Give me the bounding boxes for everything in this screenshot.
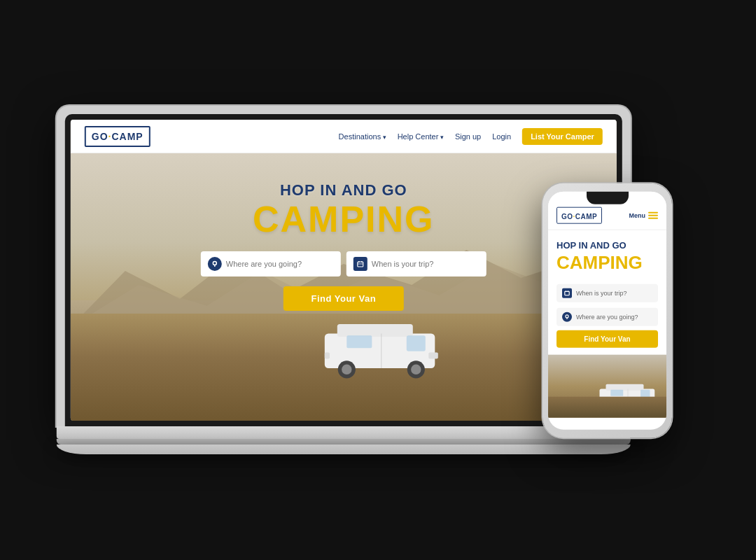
nav-signup[interactable]: Sign up <box>455 132 481 141</box>
hero-subtitle: HOP IN AND GO <box>253 181 435 200</box>
list-camper-button[interactable]: List Your Camper <box>522 128 603 145</box>
phone-logo-text: GO·CAMP <box>561 213 597 220</box>
svg-point-22 <box>566 315 568 318</box>
svg-rect-25 <box>606 384 644 391</box>
svg-rect-5 <box>346 335 372 348</box>
calendar-icon <box>354 257 368 271</box>
phone-outer: GO·CAMP Menu HOP IN AND GO CAMPING <box>542 183 672 438</box>
location-input-wrap[interactable] <box>201 251 341 276</box>
phone-menu-button[interactable]: Menu <box>629 212 659 219</box>
svg-point-10 <box>411 364 421 374</box>
search-bar <box>201 251 486 276</box>
hamburger-icon <box>648 212 658 219</box>
svg-rect-27 <box>610 390 623 396</box>
phone-logo[interactable]: GO·CAMP <box>556 207 602 224</box>
phone-hero-subtitle: HOP IN AND GO <box>556 240 658 252</box>
phone-date-search[interactable]: When is your trip? <box>556 284 658 302</box>
hamburger-line-1 <box>648 212 658 214</box>
phone-location-icon <box>562 312 572 322</box>
date-input[interactable] <box>372 260 479 268</box>
svg-point-8 <box>342 364 351 374</box>
laptop-screen: GO·CAMP Destinations Help Center Sign up… <box>71 120 617 421</box>
phone-trip-placeholder: When is your trip? <box>576 290 627 297</box>
phone-calendar-icon <box>562 288 572 298</box>
svg-rect-12 <box>325 352 330 358</box>
location-icon <box>208 257 222 271</box>
svg-rect-11 <box>428 352 438 358</box>
date-input-wrap[interactable] <box>346 251 486 276</box>
logo-text: GO·CAMP <box>92 131 144 142</box>
scene: GO·CAMP Destinations Help Center Sign up… <box>0 0 756 560</box>
menu-label: Menu <box>629 212 646 219</box>
phone-notch <box>587 192 629 204</box>
phone-location-search[interactable]: Where are you going? <box>556 308 658 326</box>
svg-rect-19 <box>565 291 569 295</box>
logo[interactable]: GO·CAMP <box>85 126 150 147</box>
hero-van <box>318 318 444 381</box>
find-van-button[interactable]: Find Your Van <box>283 286 404 311</box>
site-nav: GO·CAMP Destinations Help Center Sign up… <box>71 120 617 153</box>
svg-rect-3 <box>337 324 413 337</box>
svg-rect-4 <box>407 335 426 351</box>
phone-screen: GO·CAMP Menu HOP IN AND GO CAMPING <box>548 192 666 430</box>
hamburger-line-2 <box>648 215 658 216</box>
phone-ground <box>548 397 666 418</box>
nav-help-center[interactable]: Help Center <box>398 132 444 141</box>
phone-hero-content: HOP IN AND GO CAMPING <box>548 230 666 279</box>
phone-find-van-button[interactable]: Find Your Van <box>556 330 658 348</box>
nav-links: Destinations Help Center Sign up Login L… <box>339 128 603 145</box>
laptop-hinge <box>57 439 631 444</box>
laptop-foot <box>57 444 631 454</box>
hamburger-line-3 <box>648 218 658 219</box>
hero-title: CAMPING <box>253 201 435 237</box>
phone-where-placeholder: Where are you going? <box>576 314 638 321</box>
hero-section: HOP IN AND GO CAMPING <box>71 153 617 421</box>
svg-rect-15 <box>358 262 363 267</box>
svg-point-13 <box>213 262 216 265</box>
phone-hero-title: CAMPING <box>556 253 658 272</box>
nav-destinations[interactable]: Destinations <box>339 132 386 141</box>
hero-content: HOP IN AND GO CAMPING <box>253 181 435 237</box>
phone-device: GO·CAMP Menu HOP IN AND GO CAMPING <box>542 183 672 438</box>
laptop-bezel: GO·CAMP Destinations Help Center Sign up… <box>65 114 622 426</box>
phone-hero-image <box>548 355 666 418</box>
location-input[interactable] <box>226 260 334 268</box>
nav-login[interactable]: Login <box>492 132 511 141</box>
